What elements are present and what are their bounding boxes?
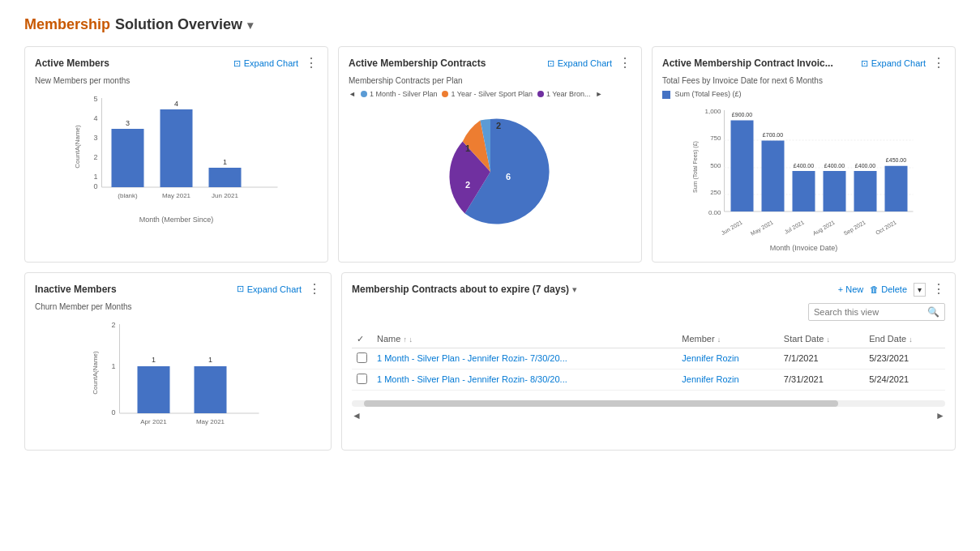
active-members-expand-label: Expand Chart xyxy=(244,58,298,68)
svg-text:Sep 2021: Sep 2021 xyxy=(843,219,867,237)
contracts-more-btn[interactable]: ⋮ xyxy=(932,283,945,296)
bar-blank xyxy=(112,129,144,187)
active-members-actions: ⊡ Expand Chart ⋮ xyxy=(233,57,318,70)
name-sort-icon[interactable]: ↑ ↓ xyxy=(403,335,413,344)
start-sort-icon[interactable]: ↓ xyxy=(826,335,830,344)
invoice-chart-actions: ⊡ Expand Chart ⋮ xyxy=(861,57,945,70)
svg-text:1: 1 xyxy=(111,362,115,370)
legend-dot-1 xyxy=(361,91,367,97)
active-contracts-expand-btn[interactable]: ⊡ Expand Chart xyxy=(547,58,612,69)
row1-checkbox[interactable] xyxy=(352,348,372,369)
row1-member[interactable]: Jennifer Rozin xyxy=(677,348,779,369)
svg-text:1: 1 xyxy=(93,173,97,181)
page-title: Membership Solution Overview ▾ xyxy=(24,16,956,33)
legend-dot-2 xyxy=(442,91,448,97)
invoice-chart-subtitle: Total Fees by Invoice Date for next 6 Mo… xyxy=(662,76,945,85)
svg-text:0: 0 xyxy=(111,408,115,416)
table-row: 1 Month - Silver Plan - Jennifer Rozin- … xyxy=(352,369,945,390)
col-end-date[interactable]: End Date ↓ xyxy=(864,331,945,348)
inactive-members-svg: 2 1 0 1 1 Apr 2021 May 2021 CountA(Name) xyxy=(35,316,321,438)
pie-svg: 6 2 1 2 xyxy=(417,103,563,233)
svg-text:Sum (Total Fees) (£): Sum (Total Fees) (£) xyxy=(692,141,699,193)
nav-right-icon[interactable]: ► xyxy=(596,90,603,98)
col-start-date[interactable]: Start Date ↓ xyxy=(779,331,864,348)
inactive-members-title: Inactive Members xyxy=(35,284,117,295)
svg-text:May 2021: May 2021 xyxy=(750,219,775,237)
scroll-right-icon[interactable]: ► xyxy=(935,410,945,421)
dropdown-btn[interactable]: ▾ xyxy=(914,283,926,297)
invoice-chart-more-btn[interactable]: ⋮ xyxy=(932,57,945,70)
row1-start: 7/1/2021 xyxy=(779,348,864,369)
svg-text:4: 4 xyxy=(174,100,178,108)
row2-checkbox[interactable] xyxy=(352,369,372,390)
bottom-row: Inactive Members ⊡ Expand Chart ⋮ Churn … xyxy=(24,272,956,451)
trash-icon: 🗑 xyxy=(870,284,879,294)
scroll-left-icon[interactable]: ◄ xyxy=(352,410,362,421)
svg-text:May 2021: May 2021 xyxy=(162,192,191,199)
search-input[interactable] xyxy=(814,307,927,317)
active-members-svg: 5 4 3 2 1 0 3 4 1 xyxy=(35,90,318,211)
contracts-chevron[interactable]: ▾ xyxy=(572,284,577,295)
member-sort-icon[interactable]: ↓ xyxy=(717,335,721,344)
active-members-expand-btn[interactable]: ⊡ Expand Chart xyxy=(233,58,298,69)
legend-item-1: 1 Month - Silver Plan xyxy=(361,90,438,98)
delete-button[interactable]: 🗑 Delete xyxy=(870,284,907,294)
bar-oct2021-inv xyxy=(885,165,908,211)
invoice-svg: 1,000 750 500 250 0.00 Sum (Total Fees) … xyxy=(662,102,945,240)
end-sort-icon[interactable]: ↓ xyxy=(909,335,913,344)
active-members-chart: New Members per months 5 4 3 2 1 0 xyxy=(35,76,318,224)
search-icon: 🔍 xyxy=(927,306,939,318)
inactive-members-chart: Churn Member per Months 2 1 0 1 1 Apr 2 xyxy=(35,302,321,440)
invoice-chart-title: Active Membership Contract Invoic... xyxy=(662,58,833,69)
scrollbar-area: ◄ ► xyxy=(352,400,945,421)
horizontal-scrollbar[interactable] xyxy=(352,400,945,407)
inactive-members-more-btn[interactable]: ⋮ xyxy=(308,283,321,296)
svg-text:Apr 2021: Apr 2021 xyxy=(140,418,167,425)
bar-jun2021 xyxy=(209,168,242,187)
svg-text:£400.00: £400.00 xyxy=(794,163,814,169)
active-members-title: Active Members xyxy=(35,58,109,69)
pie-legend: ◄ 1 Month - Silver Plan 1 Year - Silver … xyxy=(349,90,631,98)
contracts-actions: + New 🗑 Delete ▾ ⋮ xyxy=(838,283,945,297)
invoice-x-label: Month (Invoice Date) xyxy=(662,244,945,252)
invoice-chart-expand-btn[interactable]: ⊡ Expand Chart xyxy=(861,58,926,69)
row1-name[interactable]: 1 Month - Silver Plan - Jennifer Rozin- … xyxy=(372,348,677,369)
dashboard-grid: Active Members ⊡ Expand Chart ⋮ New Memb… xyxy=(24,46,956,451)
row2-member[interactable]: Jennifer Rozin xyxy=(677,369,779,390)
title-chevron[interactable]: ▾ xyxy=(247,19,253,32)
svg-text:CountA(Name): CountA(Name) xyxy=(92,351,99,395)
search-box: 🔍 xyxy=(808,303,945,321)
svg-text:3: 3 xyxy=(126,119,130,127)
svg-text:Oct 2021: Oct 2021 xyxy=(875,219,897,235)
svg-text:500: 500 xyxy=(710,162,721,169)
inactive-members-expand-btn[interactable]: ⊡ Expand Chart xyxy=(237,284,302,294)
active-members-more-btn[interactable]: ⋮ xyxy=(305,57,318,70)
active-contracts-more-btn[interactable]: ⋮ xyxy=(618,57,631,70)
svg-text:Aug 2021: Aug 2021 xyxy=(812,219,837,237)
svg-text:£400.00: £400.00 xyxy=(855,163,875,169)
legend-label-2: 1 Year - Silver Sport Plan xyxy=(451,90,533,98)
bar-may2021-inv xyxy=(762,140,785,211)
svg-text:Jul 2021: Jul 2021 xyxy=(784,219,806,234)
col-member[interactable]: Member ↓ xyxy=(677,331,779,348)
table-header: ✓ Name ↑ ↓ Member ↓ Start xyxy=(352,331,945,348)
svg-text:6: 6 xyxy=(505,172,510,182)
active-members-x-label: Month (Member Since) xyxy=(35,216,318,224)
legend-item-3: 1 Year Bron... xyxy=(537,90,591,98)
search-area: 🔍 xyxy=(352,303,945,326)
svg-text:£700.00: £700.00 xyxy=(763,132,783,138)
row2-start: 7/31/2021 xyxy=(779,369,864,390)
svg-text:4: 4 xyxy=(93,114,97,122)
nav-left-icon[interactable]: ◄ xyxy=(349,90,356,98)
invoice-chart-card: Active Membership Contract Invoic... ⊡ E… xyxy=(652,46,956,263)
active-members-subtitle: New Members per months xyxy=(35,76,318,85)
contracts-title-group: Membership Contracts about to expire (7 … xyxy=(352,284,577,295)
invoice-chart-area: Total Fees by Invoice Date for next 6 Mo… xyxy=(662,76,945,252)
bar-jun2021-inv xyxy=(731,120,754,211)
row2-name[interactable]: 1 Month - Silver Plan - Jennifer Rozin- … xyxy=(372,369,677,390)
contracts-header: Membership Contracts about to expire (7 … xyxy=(352,283,945,297)
col-name[interactable]: Name ↑ ↓ xyxy=(372,331,677,348)
svg-text:250: 250 xyxy=(710,189,721,196)
new-button[interactable]: + New xyxy=(838,284,864,294)
active-contracts-expand-label: Expand Chart xyxy=(558,58,612,68)
